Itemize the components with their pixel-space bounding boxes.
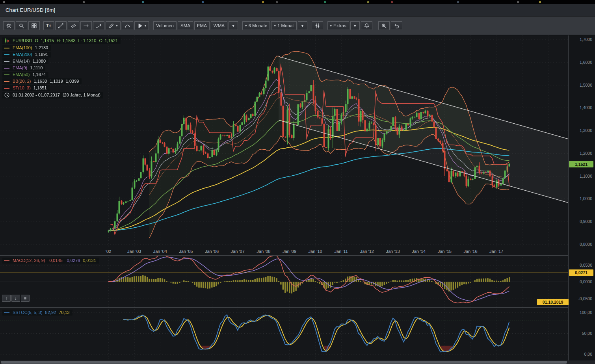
alert-bell-button[interactable]: [361, 21, 372, 30]
caret-icon: ▾: [354, 24, 356, 28]
favicon-dot: [262, 1, 264, 3]
legend-label: 01.01.2002 - 01.07.2017: [13, 93, 60, 98]
channel-tool-button[interactable]: [68, 21, 79, 30]
alert-date-line[interactable]: [553, 35, 553, 360]
time-axis-label: Jan '05: [179, 249, 193, 254]
panel-move-up-button[interactable]: ↑: [2, 295, 11, 302]
wma-toggle-button[interactable]: WMA: [211, 21, 227, 30]
zoom-in-button[interactable]: [378, 21, 390, 30]
time-axis-label: Jan '15: [438, 249, 452, 254]
legend-ema100-row[interactable]: EMA(100)1,2130: [2, 45, 51, 51]
line-swatch: [4, 48, 10, 48]
legend-ema50-row[interactable]: EMA(50)1,1674: [2, 72, 48, 78]
hline-icon: [83, 23, 89, 29]
gear-icon: [6, 23, 12, 29]
time-axis-label: Jan '07: [231, 249, 245, 254]
price-axis-tick: 1,0000: [580, 196, 592, 201]
alert-menu-button[interactable]: ▾: [350, 21, 360, 30]
button-label: 1 Monat: [277, 23, 294, 28]
interval-select[interactable]: ▾1 Monat: [271, 21, 296, 30]
tplus-icon: T+: [46, 24, 51, 28]
arrow-down-icon: ↓: [15, 296, 17, 301]
last-price-label: 1,1521: [569, 161, 593, 167]
curve-tool-button[interactable]: [122, 21, 133, 30]
time-axis-label: Jan '11: [335, 249, 348, 254]
macd-axis-tick: 0,0500: [580, 263, 592, 267]
time-axis-label: Jan '10: [309, 249, 322, 254]
zoom-mode-button[interactable]: [16, 21, 27, 30]
legend-symbol-row[interactable]: EUR/USDO: 1,1415H: 1,1583L: 1,1310C: 1,1…: [2, 37, 121, 44]
legend-label: EMA(14): [13, 59, 30, 64]
legend-value: -0,0276: [65, 258, 80, 263]
button-label: EMA: [197, 23, 207, 28]
toolbar-separator: [324, 26, 327, 26]
stochastic-panel: SSTOC(5, 5, 3)82,9270,13: [0, 307, 568, 360]
macd-axis-tick: 0,0000: [580, 279, 592, 284]
line-icon: [58, 23, 64, 29]
undo-button[interactable]: [391, 21, 402, 30]
legend-value: 0,0131: [83, 258, 96, 263]
time-axis-label: '02: [106, 249, 111, 254]
alert-date-label[interactable]: 01.10.2019: [537, 299, 569, 305]
price-axis-tick: 1,4000: [580, 105, 592, 110]
ema-toggle-button[interactable]: EMA: [194, 21, 210, 30]
favicon-dot: [539, 1, 541, 3]
toolbar-separator: [150, 26, 153, 26]
legend-value: 1,1891: [35, 52, 48, 57]
legend-value: 1,1110: [30, 65, 43, 71]
scrollbar-thumb[interactable]: [1, 361, 567, 364]
chart-toolbar: T+▾▾VolumenSMAEMAWMA▾▾6 Monate▾1 Monat▾▾…: [0, 17, 595, 35]
panel-stack-button[interactable]: ≡: [21, 295, 30, 302]
pointer-tool-button[interactable]: ▾: [134, 21, 149, 30]
horizontal-line-tool-button[interactable]: [80, 21, 92, 30]
legend-ema200-row[interactable]: EMA(200)1,1891: [2, 52, 51, 58]
legend-macd-row[interactable]: MACD(12, 26, 9)-0,0145-0,02760,0131: [2, 258, 99, 264]
draw-tool-button[interactable]: ▾: [106, 21, 121, 30]
legend-label: EMA(100): [13, 45, 32, 50]
macd-panel: MACD(12, 26, 9)-0,0145-0,02760,0131: [0, 255, 568, 307]
button-label: Extras: [333, 23, 346, 28]
time-axis-label: Jan '06: [205, 249, 219, 254]
price-panel: '02Jan '03Jan '04Jan '05Jan '06Jan '07Ja…: [0, 35, 568, 255]
legend-ema9-row[interactable]: EMA(9)1,1110: [2, 65, 45, 71]
price-axis-tick: 1,2000: [580, 151, 592, 156]
volume-toggle-button[interactable]: Volumen: [153, 21, 177, 30]
sliders-icon: [314, 23, 320, 29]
text-tool-button[interactable]: T+: [43, 21, 54, 30]
legend-bb-row[interactable]: BB(20, 2)1,16381,10191,0399: [2, 78, 82, 84]
legend-st-row[interactable]: ST(10, 3)1,1851: [2, 85, 50, 91]
compare-button[interactable]: [312, 21, 323, 30]
extras-menu[interactable]: ▾Extras: [327, 21, 349, 30]
legend-sstoc-row[interactable]: SSTOC(5, 5, 3)82,9270,13: [2, 310, 73, 316]
curve-icon: [125, 23, 130, 29]
legend-value: 1,0399: [66, 79, 79, 84]
stochastic-canvas[interactable]: [0, 308, 568, 360]
chevron-down-icon: ▾: [145, 24, 147, 28]
ray-icon: [96, 23, 102, 29]
legend-ema14-row[interactable]: EMA(14)1,1080: [2, 58, 48, 64]
price-axis[interactable]: 1,70001,60001,50001,40001,30001,20001,10…: [568, 35, 595, 360]
chart-type-button[interactable]: [28, 21, 40, 30]
favicon-dot: [83, 1, 85, 3]
time-axis[interactable]: '02Jan '03Jan '04Jan '05Jan '06Jan '07Ja…: [0, 248, 568, 255]
panel-move-down-button[interactable]: ↓: [11, 295, 20, 302]
favicon-dot: [276, 1, 278, 3]
horizontal-scrollbar[interactable]: [0, 360, 595, 364]
ray-tool-button[interactable]: [93, 21, 104, 30]
macd-axis-tick: -0,0500: [578, 296, 592, 301]
ma-settings-button[interactable]: ▾: [229, 21, 238, 30]
stochastic-axis-tick: 100,00: [580, 310, 592, 315]
interval-more-button[interactable]: ▾: [298, 21, 307, 30]
channel-icon: [71, 23, 76, 29]
price-axis-tick: 1,7000: [580, 37, 592, 42]
sma-toggle-button[interactable]: SMA: [178, 21, 193, 30]
legend-value: 1,1674: [32, 72, 46, 77]
button-label: Volumen: [156, 23, 174, 28]
range-select[interactable]: ▾6 Monate: [242, 21, 270, 30]
trendline-tool-button[interactable]: [55, 21, 67, 30]
favicon-dot: [324, 1, 326, 3]
legend-value: -0,0145: [48, 258, 63, 263]
chart-settings-button[interactable]: [3, 21, 15, 30]
pencil-icon: [108, 23, 114, 29]
macd-alert-label[interactable]: 0,0271: [569, 269, 593, 276]
